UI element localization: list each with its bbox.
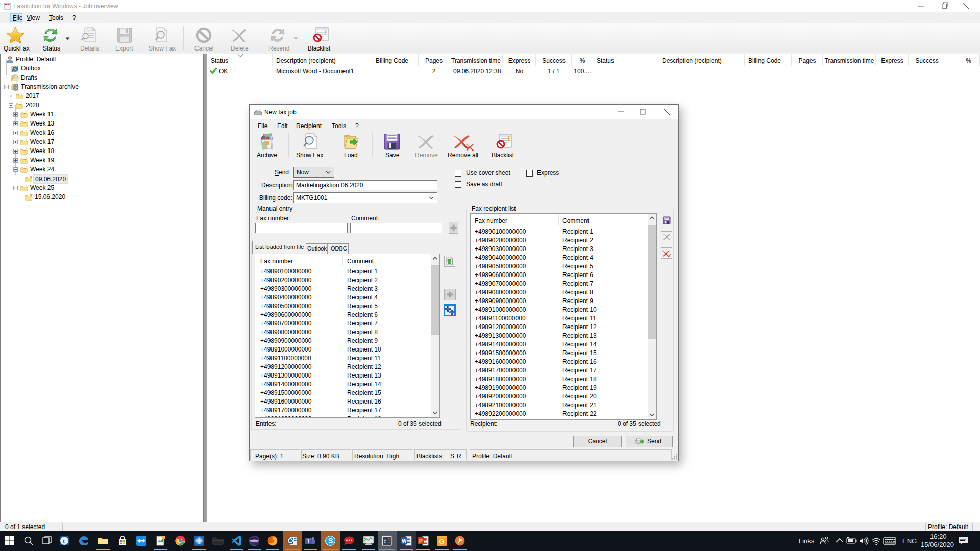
svg-text:f: f [384, 538, 386, 544]
svg-text:!: ! [508, 135, 510, 143]
svg-text:W: W [402, 538, 407, 544]
svg-text:T: T [307, 538, 310, 544]
svg-text:G: G [439, 538, 445, 545]
svg-text:P: P [419, 538, 423, 544]
svg-text:t: t [63, 538, 65, 544]
svg-text:S: S [328, 537, 333, 545]
svg-text:!: ! [325, 28, 327, 36]
svg-text:A: A [86, 29, 89, 33]
